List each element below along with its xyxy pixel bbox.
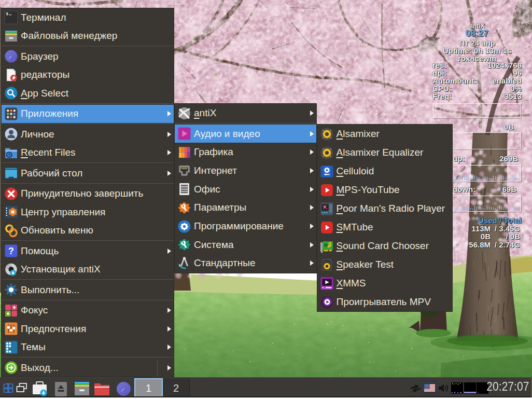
svg-text:$: $ [6, 12, 9, 17]
svg-text:?: ? [8, 246, 14, 257]
